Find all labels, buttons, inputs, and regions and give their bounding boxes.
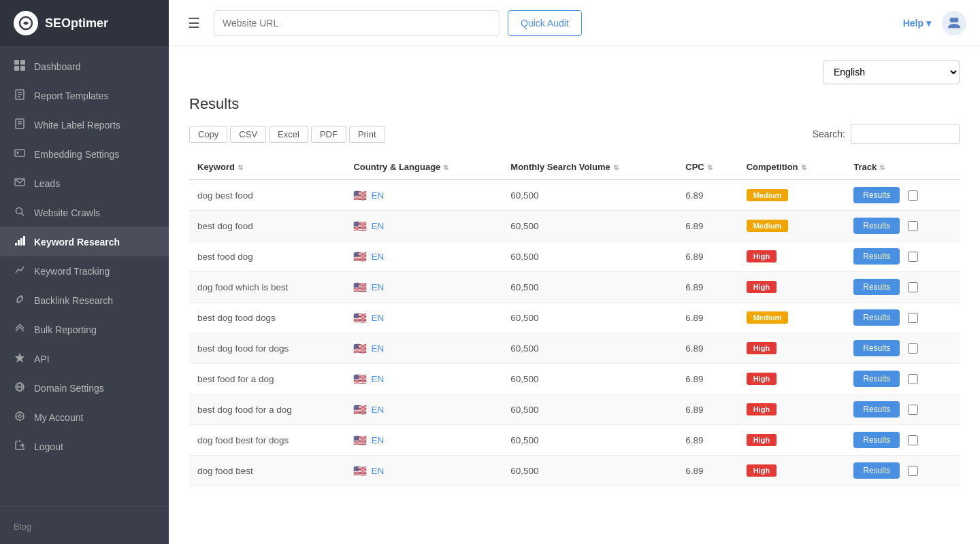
sidebar-item-api[interactable]: API — [0, 344, 169, 373]
results-button[interactable]: Results — [853, 462, 900, 479]
sort-icon: ⇅ — [801, 164, 806, 171]
sidebar-item-logout[interactable]: Logout — [0, 432, 169, 461]
sidebar-item-embedding-settings[interactable]: Embedding Settings — [0, 139, 169, 169]
search-input[interactable] — [851, 124, 960, 144]
track-checkbox[interactable] — [908, 405, 918, 415]
table-header-row: Keyword⇅Country & Language⇅Monthly Searc… — [189, 155, 960, 180]
volume-cell: 60,500 — [502, 180, 677, 211]
col-header-competition[interactable]: Competition⇅ — [738, 155, 846, 180]
export-csv-button[interactable]: CSV — [230, 126, 266, 143]
lang-code: EN — [371, 466, 384, 476]
competition-cell: Medium — [738, 211, 846, 241]
url-input[interactable] — [214, 10, 500, 36]
help-button[interactable]: Help ▾ — [903, 18, 931, 29]
sidebar-item-bulk-reporting[interactable]: Bulk Reporting — [0, 315, 169, 344]
competition-badge: High — [747, 403, 777, 415]
table-row: best food for a dog🇺🇸EN60,5006.89HighRes… — [189, 364, 960, 394]
col-header-cpc[interactable]: CPC⇅ — [677, 155, 738, 180]
keyword-cell[interactable]: best food dog — [189, 241, 345, 272]
results-button[interactable]: Results — [853, 371, 900, 387]
sidebar-item-website-crawls[interactable]: Website Crawls — [0, 198, 169, 227]
search-label: Search: — [813, 129, 845, 139]
col-header-monthly-search-volume[interactable]: Monthly Search Volume⇅ — [502, 155, 677, 180]
export-print-button[interactable]: Print — [349, 126, 385, 143]
country-language-cell: 🇺🇸EN — [345, 456, 502, 486]
flag-icon: 🇺🇸 — [353, 189, 367, 202]
keyword-cell[interactable]: dog food best for dogs — [189, 425, 345, 456]
table-row: dog food best for dogs🇺🇸EN60,5006.89High… — [189, 425, 960, 456]
sort-icon: ⇅ — [238, 164, 243, 171]
volume-cell: 60,500 — [502, 425, 677, 456]
results-button[interactable]: Results — [853, 309, 900, 326]
track-checkbox[interactable] — [908, 435, 918, 445]
country-language-cell: 🇺🇸EN — [345, 272, 502, 303]
sidebar-item-keyword-tracking[interactable]: Keyword Tracking — [0, 256, 169, 286]
results-button[interactable]: Results — [853, 401, 900, 418]
sidebar-item-white-label-reports[interactable]: White Label Reports — [0, 110, 169, 139]
language-select[interactable]: EnglishSpanishFrenchGermanItalian — [823, 60, 960, 84]
col-header-keyword[interactable]: Keyword⇅ — [189, 155, 345, 180]
svg-line-17 — [22, 214, 24, 216]
my-account-icon — [14, 411, 26, 424]
export-pdf-button[interactable]: PDF — [311, 126, 346, 143]
sidebar-item-dashboard[interactable]: Dashboard — [0, 52, 169, 81]
topbar: ☰ Quick Audit Help ▾ — [169, 0, 980, 46]
keyword-cell[interactable]: best dog food for dogs — [189, 333, 345, 364]
sidebar-item-backlink-research[interactable]: Backlink Research — [0, 286, 169, 315]
sidebar-item-report-templates[interactable]: Report Templates — [0, 81, 169, 110]
sidebar-item-my-account[interactable]: My Account — [0, 403, 169, 432]
results-button[interactable]: Results — [853, 340, 900, 356]
results-button[interactable]: Results — [853, 248, 900, 265]
track-cell: Results — [845, 241, 960, 272]
export-copy-button[interactable]: Copy — [189, 126, 227, 143]
track-checkbox[interactable] — [908, 190, 918, 201]
sidebar-blog-link[interactable]: Blog — [0, 515, 169, 539]
flag-icon: 🇺🇸 — [353, 434, 367, 447]
track-checkbox[interactable] — [908, 466, 918, 476]
volume-cell: 60,500 — [502, 394, 677, 425]
sidebar-item-domain-settings[interactable]: Domain Settings — [0, 373, 169, 403]
quick-audit-button[interactable]: Quick Audit — [508, 10, 582, 36]
sidebar-item-keyword-research[interactable]: Keyword Research — [0, 227, 169, 256]
results-button[interactable]: Results — [853, 432, 900, 448]
flag-icon: 🇺🇸 — [353, 464, 367, 477]
sidebar-item-label-my-account: My Account — [34, 412, 83, 423]
table-row: best dog food for a dog🇺🇸EN60,5006.89Hig… — [189, 394, 960, 425]
flag-icon: 🇺🇸 — [353, 281, 367, 294]
track-checkbox[interactable] — [908, 282, 918, 292]
svg-rect-2 — [20, 60, 25, 65]
keyword-cell[interactable]: best dog food — [189, 211, 345, 241]
keyword-cell[interactable]: dog food best — [189, 456, 345, 486]
volume-cell: 60,500 — [502, 241, 677, 272]
col-header-track[interactable]: Track⇅ — [845, 155, 960, 180]
col-header-country-language[interactable]: Country & Language⇅ — [345, 155, 502, 180]
keyword-cell[interactable]: dog food which is best — [189, 272, 345, 303]
track-checkbox[interactable] — [908, 374, 918, 384]
results-button[interactable]: Results — [853, 187, 900, 203]
volume-cell: 60,500 — [502, 333, 677, 364]
track-checkbox[interactable] — [908, 252, 918, 262]
keyword-cell[interactable]: dog best food — [189, 180, 345, 211]
svg-line-24 — [21, 267, 24, 271]
competition-cell: High — [738, 241, 846, 272]
results-button[interactable]: Results — [853, 279, 900, 295]
keyword-cell[interactable]: best food for a dog — [189, 364, 345, 394]
api-icon — [14, 352, 26, 365]
menu-toggle-icon[interactable]: ☰ — [182, 12, 206, 34]
results-title: Results — [189, 95, 960, 113]
sidebar-item-leads[interactable]: Leads — [0, 169, 169, 198]
competition-cell: Medium — [738, 180, 846, 211]
track-checkbox[interactable] — [908, 221, 918, 231]
results-button[interactable]: Results — [853, 218, 900, 234]
keyword-tracking-icon — [14, 265, 26, 277]
sidebar-item-label-white-label-reports: White Label Reports — [34, 120, 120, 131]
user-avatar-icon[interactable] — [942, 11, 966, 35]
track-checkbox[interactable] — [908, 313, 918, 323]
cpc-cell: 6.89 — [677, 241, 738, 272]
lang-code: EN — [371, 405, 384, 415]
svg-rect-18 — [15, 243, 17, 245]
keyword-cell[interactable]: best dog food for a dog — [189, 394, 345, 425]
track-checkbox[interactable] — [908, 343, 918, 354]
keyword-cell[interactable]: best dog food dogs — [189, 303, 345, 333]
export-excel-button[interactable]: Excel — [269, 126, 308, 143]
